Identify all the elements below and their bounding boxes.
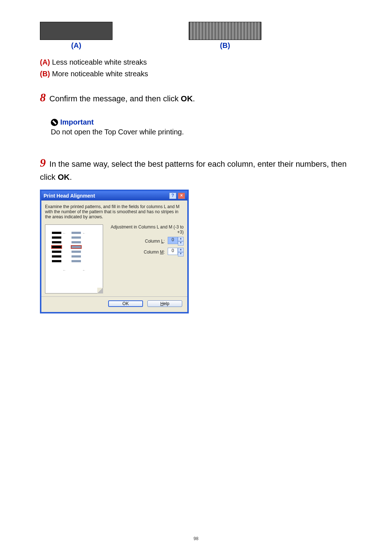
pattern-a-column: (A) xyxy=(40,22,113,50)
pattern-comparison: (A) (B) xyxy=(40,22,352,50)
legend-b-text: More noticeable white streaks xyxy=(50,70,148,78)
column-l-spin-up[interactable]: ▲ xyxy=(178,237,184,241)
legend-b: (B) More noticeable white streaks xyxy=(40,68,352,80)
pattern-a-image xyxy=(40,22,113,40)
column-l-value[interactable]: 0 xyxy=(168,237,178,244)
dialog-body: Examine the printed patterns, and fill i… xyxy=(41,200,187,296)
arrow-icon: ← xyxy=(82,268,86,272)
dialog-title-text: Print Head Alignment xyxy=(44,193,95,199)
step-9-bold: OK xyxy=(58,173,70,182)
dialog-close-icon[interactable]: × xyxy=(178,193,185,199)
print-head-alignment-dialog: Print Head Alignment ? × Examine the pri… xyxy=(40,190,189,313)
step-9-text-pre: In the same way, select the best pattern… xyxy=(40,159,347,181)
pattern-b-column: (B) xyxy=(189,22,261,50)
column-m-spin-up[interactable]: ▲ xyxy=(178,248,184,252)
pattern-a-label: (A) xyxy=(71,41,81,50)
important-heading-text: Important xyxy=(60,118,94,126)
legend-a: (A) Less noticeable white streaks xyxy=(40,56,352,68)
step-8-bold: OK xyxy=(181,94,193,103)
step-8-text-post: . xyxy=(193,94,195,103)
dialog-titlebar: Print Head Alignment ? × xyxy=(41,191,187,200)
help-button[interactable]: Help xyxy=(147,300,182,307)
arrow-icon: ← xyxy=(82,231,86,235)
dialog-footer: OK Help xyxy=(41,296,187,312)
column-l-spinner[interactable]: 0 ▲ ▼ xyxy=(168,237,184,246)
legend-a-key: (A) xyxy=(40,58,50,66)
arrow-icon: ← xyxy=(63,268,66,272)
important-heading: Important xyxy=(51,118,352,126)
document-page: (A) (B) (A) Less noticeable white streak… xyxy=(0,0,392,555)
column-l-spin-down[interactable]: ▼ xyxy=(178,241,184,246)
page-number: 98 xyxy=(0,536,392,541)
step-8: 8 Confirm the message, and then click OK… xyxy=(40,89,352,106)
step-8-number: 8 xyxy=(40,91,46,104)
column-m-label: Column M: xyxy=(144,250,165,255)
column-l-label: Column L: xyxy=(145,239,165,244)
pattern-b-image xyxy=(189,22,261,40)
arrow-icon: ← xyxy=(63,231,66,235)
step-9: 9 In the same way, select the best patte… xyxy=(40,154,352,183)
ok-button[interactable]: OK xyxy=(108,300,143,307)
column-m-spin-down[interactable]: ▼ xyxy=(178,252,184,256)
adjustment-range-label: Adjustment in Columns L and M (-3 to +3) xyxy=(109,224,184,235)
step-9-number: 9 xyxy=(40,156,46,169)
important-body: Do not open the Top Cover while printing… xyxy=(51,128,352,136)
adjustment-pane: Adjustment in Columns L and M (-3 to +3)… xyxy=(109,224,184,293)
page-curl-icon xyxy=(97,288,103,293)
column-m-value[interactable]: 0 xyxy=(168,248,178,255)
dialog-instruction: Examine the printed patterns, and fill i… xyxy=(45,204,184,219)
prohibition-icon xyxy=(51,119,58,126)
step-9-text-post: . xyxy=(70,173,72,182)
column-m-spinner[interactable]: 0 ▲ ▼ xyxy=(168,248,184,256)
legend-b-key: (B) xyxy=(40,70,50,78)
step-8-text-pre: Confirm the message, and then click xyxy=(47,94,181,103)
legend-a-text: Less noticeable white streaks xyxy=(50,58,147,66)
column-l-row: Column L: 0 ▲ ▼ xyxy=(109,237,184,246)
pattern-preview-pane: ← ← ← ← xyxy=(45,224,103,293)
dialog-help-icon[interactable]: ? xyxy=(169,193,176,199)
important-callout: Important Do not open the Top Cover whil… xyxy=(51,118,352,136)
pattern-b-label: (B) xyxy=(220,41,230,50)
column-m-row: Column M: 0 ▲ ▼ xyxy=(109,248,184,256)
